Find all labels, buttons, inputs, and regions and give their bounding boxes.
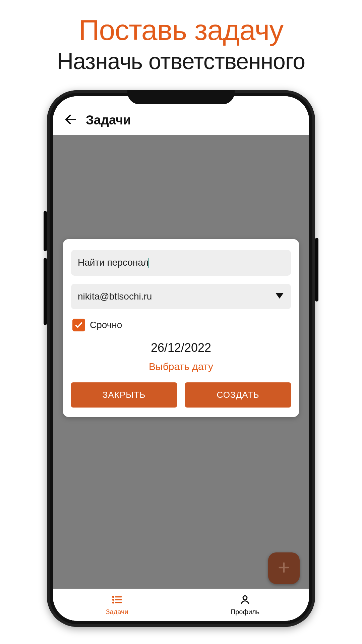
assignee-value: nikita@btlsochi.ru bbox=[78, 291, 152, 302]
create-task-dialog: Найти персонал nikita@btlsochi.ru Срочно bbox=[63, 239, 299, 417]
create-button[interactable]: СОЗДАТЬ bbox=[185, 382, 291, 408]
svg-point-10 bbox=[243, 596, 247, 600]
task-name-input[interactable]: Найти персонал bbox=[71, 250, 291, 276]
selected-date: 26/12/2022 bbox=[71, 341, 291, 355]
phone-side-button bbox=[44, 211, 47, 251]
svg-point-4 bbox=[112, 596, 114, 598]
add-fab[interactable] bbox=[268, 552, 300, 584]
task-name-value: Найти персонал bbox=[78, 257, 148, 268]
promo-subtitle: Назначь ответственного bbox=[57, 48, 305, 74]
urgent-checkbox-row[interactable]: Срочно bbox=[71, 319, 291, 331]
dialog-button-row: ЗАКРЫТЬ СОЗДАТЬ bbox=[71, 382, 291, 408]
back-arrow-icon[interactable] bbox=[64, 112, 78, 128]
phone-frame: Задачи Найти персонал nikita@btlsochi.ru bbox=[47, 90, 315, 627]
plus-icon bbox=[277, 561, 291, 576]
svg-point-6 bbox=[112, 602, 114, 603]
phone-side-button bbox=[315, 238, 318, 302]
nav-tasks[interactable]: Задачи bbox=[53, 589, 181, 621]
phone-notch bbox=[127, 90, 235, 104]
app-screen: Задачи Найти персонал nikita@btlsochi.ru bbox=[53, 96, 309, 621]
nav-tasks-label: Задачи bbox=[106, 608, 128, 616]
list-icon bbox=[111, 594, 123, 607]
profile-icon bbox=[239, 594, 251, 607]
assignee-select[interactable]: nikita@btlsochi.ru bbox=[71, 284, 291, 309]
text-cursor bbox=[148, 258, 149, 268]
nav-profile[interactable]: Профиль bbox=[181, 589, 309, 621]
close-button[interactable]: ЗАКРЫТЬ bbox=[71, 382, 177, 408]
chevron-down-icon bbox=[275, 291, 284, 302]
bottom-navigation: Задачи Профиль bbox=[53, 589, 309, 621]
urgent-checkbox[interactable] bbox=[72, 319, 85, 331]
svg-marker-1 bbox=[276, 293, 283, 298]
urgent-label: Срочно bbox=[90, 320, 122, 330]
svg-point-5 bbox=[112, 599, 114, 601]
page-title: Задачи bbox=[86, 113, 131, 127]
promo-title: Поставь задачу bbox=[79, 13, 283, 47]
pick-date-link[interactable]: Выбрать дату bbox=[71, 361, 291, 372]
phone-side-button bbox=[44, 258, 47, 325]
content-overlay: Найти персонал nikita@btlsochi.ru Срочно bbox=[53, 135, 309, 621]
nav-profile-label: Профиль bbox=[231, 608, 259, 616]
